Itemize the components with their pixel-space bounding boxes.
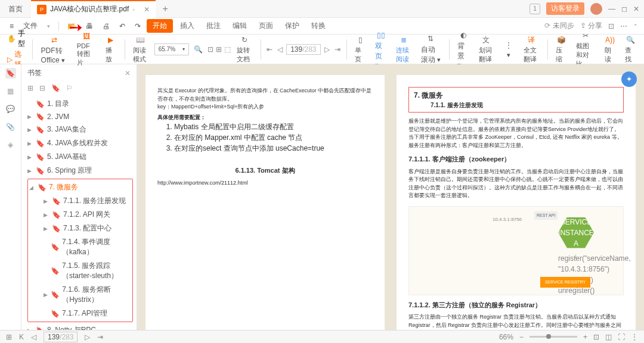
menu-convert[interactable]: 转换 xyxy=(306,21,330,31)
tree-item[interactable]: 🔖 1. 目录 xyxy=(27,97,134,111)
tree-item[interactable]: 🔖 7.1.4. 事件调度（kafka） xyxy=(29,235,131,259)
tree-item[interactable]: 🔖 7.1.7. API管理 xyxy=(29,307,131,320)
tree-item[interactable]: ▶🔖 6. Spring 原理 xyxy=(27,164,134,177)
zoom-slider[interactable] xyxy=(530,336,577,338)
prev-page-icon[interactable]: ◁ xyxy=(276,45,284,54)
pin-icon[interactable]: ▫ xyxy=(132,5,135,14)
bookmark-add-icon[interactable]: 🔖 xyxy=(51,84,60,92)
bookmark-opts-icon[interactable]: ⚐ xyxy=(66,84,73,92)
single-page-button[interactable]: ▯单页 xyxy=(351,35,369,64)
more-icon[interactable]: ⋯ xyxy=(620,22,627,30)
maximize-icon[interactable]: ◻ xyxy=(621,5,627,13)
assist-fab-icon[interactable]: ✦ xyxy=(621,71,637,87)
next-icon[interactable]: ▷ xyxy=(85,333,90,341)
title-bar: 首页 P JAVA核心知识点整理.pdf ▫ ✕ + 1 访客登录 — ◻ ✕ xyxy=(0,0,644,18)
collapse-all-icon[interactable]: ⊟ xyxy=(39,84,45,92)
pdf-to-office-button[interactable]: ⇄PDF转Office ▾ xyxy=(38,35,71,64)
sidebar-close-icon[interactable]: ✕ xyxy=(125,69,131,77)
menu-protect[interactable]: 保护 xyxy=(280,21,304,31)
view-mode-icon[interactable]: ⊡ xyxy=(593,333,599,341)
crop-compare-button[interactable]: ✂截图和对比 xyxy=(572,30,599,68)
undo-icon[interactable]: ↶ xyxy=(116,22,129,30)
close-tab-icon[interactable]: ✕ xyxy=(144,5,150,14)
tree-item[interactable]: ▶🔖 5. JAVA基础 xyxy=(27,150,134,164)
status-page-input[interactable]: 139/283 xyxy=(44,332,78,342)
minimize-icon[interactable]: — xyxy=(608,5,615,13)
login-button[interactable]: 访客登录 xyxy=(546,2,584,15)
prev-icon[interactable]: ◁ xyxy=(31,333,36,341)
fit-page-icon[interactable]: ⊞ xyxy=(216,45,222,54)
tree-item[interactable]: ▶🔖 7.1.1. 服务注册发现 xyxy=(29,194,131,208)
zoom-out-icon[interactable]: 🔍 xyxy=(191,45,205,54)
close-window-icon[interactable]: ✕ xyxy=(633,5,639,13)
first-icon[interactable]: K xyxy=(19,333,24,341)
share-button[interactable]: ⇪ 分享 xyxy=(580,21,602,31)
zoom-in-btn[interactable]: + xyxy=(583,333,587,341)
compress-button[interactable]: 📦压缩 xyxy=(552,35,570,64)
tree-item[interactable]: ▶🔖 7.1.6. 服务熔断（Hystrix） xyxy=(29,283,131,307)
document-tab[interactable]: P JAVA核心知识点整理.pdf ▫ ✕ xyxy=(31,0,156,18)
attachment-nav-icon[interactable]: 📎 xyxy=(5,121,16,132)
next-page-icon[interactable]: ▷ xyxy=(323,45,331,54)
page-viewport[interactable]: ✦ 其实是 Executor 的代理对象。所有的查询操作，在 CacheExec… xyxy=(137,64,644,343)
hand-tool[interactable]: ✋手型 xyxy=(7,29,25,49)
play-button[interactable]: ▶播放 xyxy=(102,35,120,64)
page-input[interactable]: 139/283 xyxy=(286,44,320,55)
home-tab[interactable]: 首页 xyxy=(0,0,31,18)
pdf-to-image-button[interactable]: 🖼PDF转图片 xyxy=(73,31,100,67)
read-aloud-button[interactable]: A))朗读 xyxy=(601,35,619,64)
continuous-button[interactable]: ≣连续阅读 xyxy=(392,35,415,64)
full-translate-button[interactable]: 译全文翻译 xyxy=(520,35,543,64)
menu-insert[interactable]: 插入 xyxy=(175,21,199,31)
rotate-button[interactable]: ↻旋转文档 xyxy=(233,35,256,64)
menu-page[interactable]: 页面 xyxy=(254,21,278,31)
auto-scroll-button[interactable]: ⇅自动滚动 ▾ xyxy=(417,33,444,65)
more-status-icon[interactable]: ⋮ xyxy=(631,333,638,341)
fullscreen-icon[interactable]: ⛶ xyxy=(618,333,625,341)
view-mode2-icon[interactable]: ◫ xyxy=(605,333,612,341)
zoom-out-btn[interactable]: − xyxy=(519,333,524,341)
settings-icon[interactable]: ⊡ xyxy=(608,22,614,30)
bookmark-nav-icon[interactable]: 🔖 xyxy=(5,68,16,79)
read-mode-button[interactable]: 📖阅读模式 xyxy=(129,35,152,64)
add-tab-button[interactable]: + xyxy=(163,4,168,14)
print2-icon[interactable]: 🖨 xyxy=(99,22,113,30)
first-page-icon[interactable]: ⇤ xyxy=(265,45,274,54)
subheading: 7.1.1.1. 客户端注册（zookeeper） xyxy=(408,154,624,164)
chevron-down-icon[interactable]: ▾ xyxy=(44,23,54,29)
start-tab[interactable]: 开始 xyxy=(147,19,173,33)
tree-item-active[interactable]: ◢🔖 7. 微服务 xyxy=(29,180,131,194)
background-button[interactable]: ◐背景 ▾ xyxy=(454,30,472,69)
unsync-label[interactable]: ⟳ 未同步 xyxy=(544,21,574,31)
zoom-input[interactable]: 65.7%▾ xyxy=(154,43,189,55)
last-icon[interactable]: ⇥ xyxy=(97,333,103,341)
dict-translate-button[interactable]: 文划词翻译 xyxy=(475,35,498,64)
open-icon[interactable]: 📂 xyxy=(64,22,80,30)
last-page-icon[interactable]: ⇥ xyxy=(333,45,342,54)
body-text: 客户端注册是服务自身要负责注册与注销的工作。当服务启动后向注册中心注册自身，当服… xyxy=(408,168,624,200)
print-icon[interactable]: 🖶 xyxy=(82,22,97,30)
tree-item[interactable]: ▶🔖 7.1.3. 配置中心 xyxy=(29,222,131,235)
double-page-button[interactable]: ▯▯双页 ▾ xyxy=(371,30,390,69)
menu-annotate[interactable]: 批注 xyxy=(202,21,225,31)
comment-nav-icon[interactable]: 💬 xyxy=(5,104,16,114)
actual-size-icon[interactable]: ⬚ xyxy=(224,45,231,54)
tree-item[interactable]: ▶🔖 2. JVM xyxy=(27,111,134,123)
fit-width-icon[interactable]: ⊡ xyxy=(208,45,213,54)
bookmark-sidebar: 书签✕ ⊞ ⊟ 🔖 ⚐ 🔖 1. 目录 ▶🔖 2. JVM ▶🔖 3. JAVA… xyxy=(21,64,137,343)
expand-icon[interactable]: ⌃ xyxy=(633,23,638,29)
avatar-icon[interactable] xyxy=(590,3,602,15)
thumbnail-nav-icon[interactable]: ▦ xyxy=(5,86,16,96)
find-button[interactable]: 🔍查找 xyxy=(621,35,639,64)
notification-badge[interactable]: 1 xyxy=(530,4,540,14)
more-translate-button[interactable]: ⋮▾ xyxy=(500,40,518,59)
tree-item[interactable]: ▶🔖 7.1.2. API 网关 xyxy=(29,208,131,222)
menu-edit[interactable]: 编辑 xyxy=(228,21,252,31)
tree-item[interactable]: ▶🔖 4. JAVA多线程并发 xyxy=(27,136,134,150)
grid-view-icon[interactable]: ⊞ xyxy=(6,333,12,341)
expand-all-icon[interactable]: ⊞ xyxy=(27,84,33,92)
redo-icon[interactable]: ↷ xyxy=(131,22,144,30)
tree-item[interactable]: 🔖 7.1.5. 服务跟踪（starter-sleuth） xyxy=(29,259,131,283)
layers-nav-icon[interactable]: ◈ xyxy=(5,139,16,150)
tree-item[interactable]: ▶🔖 3. JAVA集合 xyxy=(27,123,134,136)
